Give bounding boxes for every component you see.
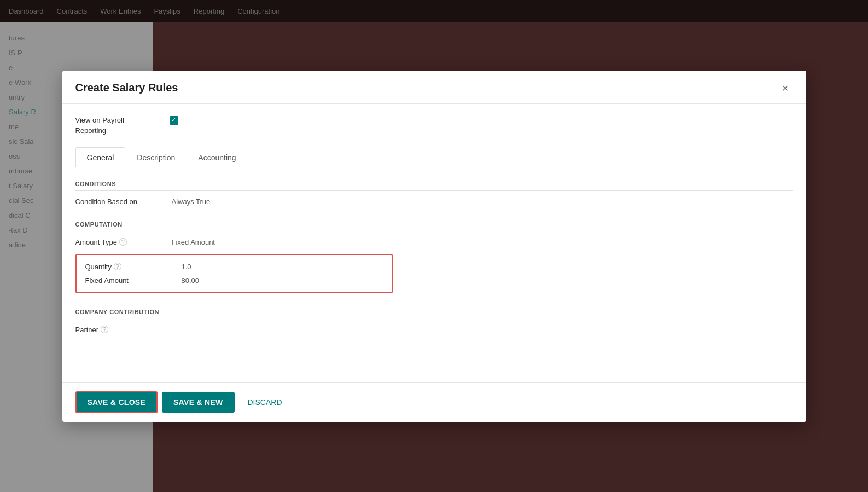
tab-general[interactable]: General	[75, 147, 126, 167]
create-salary-rules-modal: Create Salary Rules × View on PayrollRep…	[62, 71, 806, 422]
tab-description[interactable]: Description	[125, 147, 187, 167]
quantity-value[interactable]: 1.0	[182, 263, 191, 271]
modal-title: Create Salary Rules	[75, 82, 178, 94]
quantity-label: Quantity ?	[85, 263, 173, 271]
company-contribution-label: COMPANY CONTRIBUTION	[75, 309, 793, 319]
partner-help-icon[interactable]: ?	[101, 326, 108, 333]
fixed-amount-label: Fixed Amount	[85, 276, 173, 285]
computation-section: COMPUTATION Amount Type ? Fixed Amount Q…	[75, 221, 793, 293]
condition-based-on-label: Condition Based on	[75, 198, 163, 206]
payroll-reporting-row: View on PayrollReporting	[75, 115, 793, 136]
conditions-section-label: CONDITIONS	[75, 181, 793, 191]
condition-based-on-value: Always True	[172, 198, 211, 206]
fixed-amount-value[interactable]: 80.00	[182, 276, 200, 285]
quantity-row: Quantity ? 1.0	[85, 263, 383, 271]
partner-label: Partner ?	[75, 326, 163, 334]
company-contribution-section: COMPANY CONTRIBUTION Partner ?	[75, 309, 793, 334]
computation-section-label: COMPUTATION	[75, 221, 793, 231]
partner-row: Partner ?	[75, 326, 793, 334]
quantity-help-icon[interactable]: ?	[114, 263, 121, 270]
tab-accounting[interactable]: Accounting	[187, 147, 247, 167]
payroll-reporting-checkbox[interactable]	[170, 116, 178, 125]
fixed-amount-row: Fixed Amount 80.00	[85, 276, 383, 285]
payroll-reporting-label: View on PayrollReporting	[75, 115, 163, 136]
modal-overlay: Create Salary Rules × View on PayrollRep…	[0, 0, 868, 492]
amount-type-help-icon[interactable]: ?	[119, 238, 127, 246]
modal-footer: SAVE & CLOSE SAVE & NEW DISCARD	[62, 382, 806, 422]
save-new-button[interactable]: SAVE & NEW	[162, 392, 234, 413]
save-close-button[interactable]: SAVE & CLOSE	[75, 391, 158, 413]
discard-button[interactable]: DISCARD	[239, 392, 291, 412]
tabs-row: General Description Accounting	[75, 147, 793, 167]
amount-type-value: Fixed Amount	[172, 238, 215, 246]
amount-type-label: Amount Type ?	[75, 238, 163, 246]
quantity-fixed-amount-highlight-box: Quantity ? 1.0 Fixed Amount 80.00	[75, 254, 393, 293]
amount-type-row: Amount Type ? Fixed Amount	[75, 238, 793, 246]
modal-close-button[interactable]: ×	[778, 80, 793, 96]
bottom-spacer	[75, 349, 793, 371]
modal-body: View on PayrollReporting General Descrip…	[62, 104, 806, 382]
conditions-section: CONDITIONS Condition Based on Always Tru…	[75, 181, 793, 206]
modal-header: Create Salary Rules ×	[62, 71, 806, 104]
condition-based-on-row: Condition Based on Always True	[75, 198, 793, 206]
